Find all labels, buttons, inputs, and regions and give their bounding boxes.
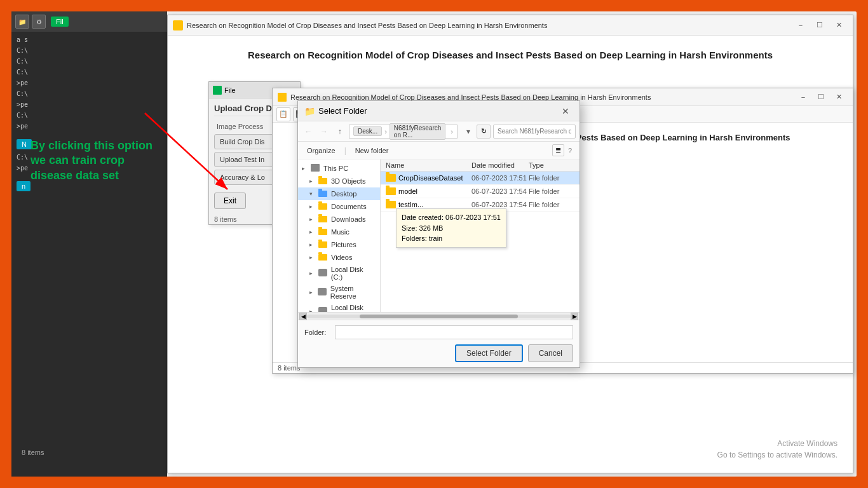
left-sidebar: 📁 ⚙ Fil a s C:\ C:\ C:\ >pe C:\ >pe C:\ … (11, 11, 167, 477)
new-folder-button[interactable]: New folder (351, 146, 393, 156)
sidebar-btn-1[interactable]: 📁 (15, 15, 29, 29)
expand-icon: ▾ (309, 191, 317, 197)
file-tooltip: Date created: 06-07-2023 17:51 Size: 326… (396, 208, 506, 248)
expand-icon: ▸ (309, 241, 317, 248)
code-line: >pe (11, 99, 167, 110)
maximize-button[interactable]: ☐ (811, 19, 829, 32)
file-name-cell-2: model (386, 187, 471, 195)
disk-icon-c (318, 269, 329, 278)
code-line: a s (11, 34, 167, 45)
code-line: C:\ (11, 56, 167, 67)
file-date-1: 06-07-2023 17:51 (471, 174, 529, 182)
tree-item-documents[interactable]: ▸ Documents (298, 200, 380, 213)
back-button[interactable]: ← (302, 125, 315, 139)
minimize-button[interactable]: − (792, 19, 810, 32)
file-name-2: model (398, 187, 417, 195)
path-segment-2[interactable]: N681fyResearch on R... (390, 123, 445, 140)
up-button[interactable]: ↑ (333, 125, 346, 139)
sidebar-btn-2[interactable]: ⚙ (32, 15, 46, 29)
col-header-date[interactable]: Date modified (471, 161, 529, 169)
tree-item-this-pc[interactable]: ▸ This PC (298, 162, 380, 175)
mid-minimize-button[interactable]: − (794, 91, 812, 104)
forward-button[interactable]: → (318, 125, 331, 139)
disk-icon-e (318, 307, 329, 312)
scroll-right-btn[interactable]: ▶ (571, 313, 578, 320)
folder-input-row: Folder: (304, 325, 573, 339)
col-header-name[interactable]: Name (386, 161, 471, 169)
tree-item-desktop[interactable]: ▾ Desktop (298, 187, 380, 200)
dialog-footer: Folder: Select Folder Cancel (298, 320, 580, 367)
dialog-toolbar: Organize | New folder ≣ ? (298, 142, 580, 159)
tree-label-documents: Documents (331, 203, 367, 210)
code-line: C:\ (11, 45, 167, 56)
file-type-1: File folder (529, 174, 574, 182)
tree-item-pictures[interactable]: ▸ Pictures (298, 238, 380, 251)
mid-maximize-button[interactable]: ☐ (812, 91, 830, 104)
items-count-bottom: 8 items (17, 447, 49, 458)
dialog-folder-icon: 📁 (304, 106, 315, 116)
file-row-model[interactable]: model 06-07-2023 17:54 File folder (381, 185, 580, 198)
code-line: C:\ (11, 67, 167, 78)
tree-label-desktop: Desktop (331, 190, 356, 198)
expand-icon: ▸ (302, 165, 309, 172)
toolbar-icon-1[interactable]: 📋 (276, 107, 290, 121)
help-button[interactable]: ? (566, 146, 574, 156)
scrollbar-thumb[interactable] (360, 315, 518, 318)
folder-icon-downloads (318, 215, 329, 224)
expand-icon: ▸ (309, 270, 317, 276)
tree-label-videos: Videos (331, 254, 352, 261)
file-folder-icon-2 (386, 187, 396, 195)
dialog-addressbar: ← → ↑ Desk... › N681fyResearch on R... ›… (298, 121, 580, 142)
main-window-titlebar: Research on Recognition Model of Crop Di… (168, 15, 853, 36)
refresh-button[interactable]: ↻ (477, 125, 491, 139)
dialog-close-button[interactable]: ✕ (558, 104, 573, 119)
col-header-type[interactable]: Type (529, 161, 574, 169)
tree-item-system-reserve[interactable]: ▸ System Reserve (298, 283, 380, 302)
tree-item-3dobjects[interactable]: ▸ 3D Objects (298, 175, 380, 187)
search-input[interactable] (493, 125, 576, 139)
expand-icon: ▸ (309, 229, 317, 235)
file-date-2: 06-07-2023 17:54 (471, 187, 529, 195)
code-line: >pe (11, 121, 167, 132)
file-name-cell-3: testIm... (386, 201, 471, 208)
close-button[interactable]: ✕ (830, 19, 848, 32)
tree-item-videos[interactable]: ▸ Videos (298, 251, 380, 264)
exit-button[interactable]: Exit (214, 193, 246, 209)
mid-close-button[interactable]: ✕ (830, 91, 848, 104)
dropdown-btn[interactable]: ▾ (461, 125, 475, 139)
file-name-1: CropDiseaseDataset (398, 174, 463, 182)
sidebar-file-label: Fil (51, 17, 69, 27)
tree-item-local-e[interactable]: ▸ Local Disk (E:) (298, 302, 380, 312)
folder-icon (318, 177, 329, 186)
view-toggle-button[interactable]: ≣ (552, 144, 564, 156)
tree-item-local-c[interactable]: ▸ Local Disk (C:) (298, 264, 380, 283)
file-row-crop-disease[interactable]: CropDiseaseDataset 06-07-2023 17:51 File… (381, 172, 580, 185)
file-type-2: File folder (529, 187, 574, 195)
organize-button[interactable]: Organize (303, 146, 339, 156)
app-panel-title: File (224, 86, 236, 94)
dialog-titlebar: 📁 Select Folder ✕ (298, 101, 580, 121)
activate-subtitle: Go to Settings to activate Windows. (717, 449, 837, 461)
tree-label-pictures: Pictures (331, 241, 356, 248)
tooltip-date-created: Date created: 06-07-2023 17:51 (402, 212, 501, 223)
folder-icon-videos (318, 253, 329, 262)
address-path[interactable]: Desk... › N681fyResearch on R... › (349, 125, 458, 139)
main-window-content: Research on Recognition Model of Crop Di… (168, 36, 853, 87)
file-name-cell: CropDiseaseDataset (386, 174, 471, 182)
dialog-scrollbar[interactable]: ◀ ▶ (298, 312, 580, 320)
tree-item-music[interactable]: ▸ Music (298, 226, 380, 238)
path-segment-1[interactable]: Desk... (353, 126, 382, 136)
app-panel-icon (213, 86, 222, 95)
file-date-3: 06-07-2023 17:54 (471, 201, 529, 208)
tree-label-downloads: Downloads (331, 215, 365, 223)
folder-name-input[interactable] (335, 325, 573, 339)
folder-icon-pictures (318, 240, 329, 249)
pc-icon (311, 164, 321, 173)
mid-window-title: Research on Recognition Model of Crop Di… (290, 93, 794, 101)
cancel-button[interactable]: Cancel (528, 344, 573, 362)
tree-label-local-c: Local Disk (C:) (331, 266, 376, 281)
scroll-left-btn[interactable]: ◀ (299, 313, 307, 320)
tree-item-downloads[interactable]: ▸ Downloads (298, 213, 380, 226)
dialog-title: Select Folder (318, 106, 367, 116)
select-folder-button[interactable]: Select Folder (455, 344, 523, 362)
